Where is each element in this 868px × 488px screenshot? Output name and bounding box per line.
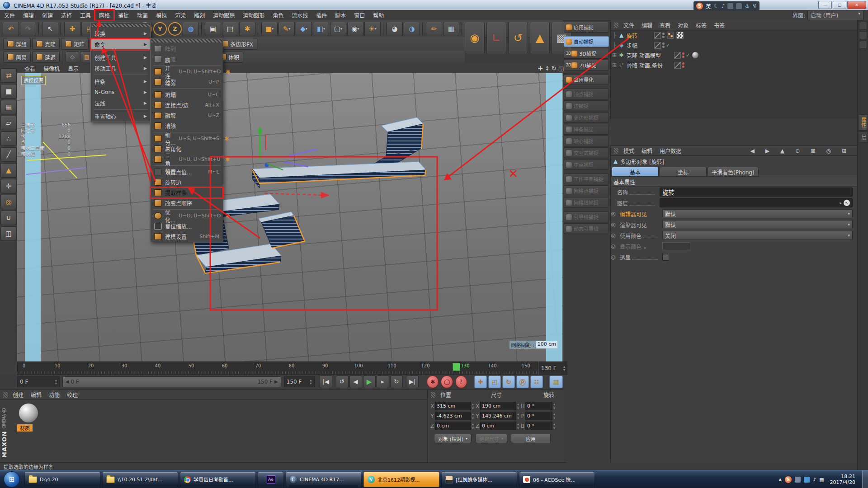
projection-paint-icon[interactable]: ◑: [404, 22, 420, 36]
add-light-menu[interactable]: ☀▾: [364, 22, 381, 36]
enabled-check[interactable]: ✓: [686, 52, 690, 58]
snap-polygon-button[interactable]: 多边形捕捉: [564, 112, 609, 123]
loop-button[interactable]: ↻: [390, 375, 403, 388]
mesh-menu-create-tools[interactable]: 创建工具▶: [91, 52, 151, 63]
editor-dot[interactable]: [662, 42, 665, 45]
dock-icon-2[interactable]: [859, 31, 867, 39]
enable-axis-icon[interactable]: ✛: [0, 179, 17, 193]
panel-grip[interactable]: [614, 148, 618, 154]
moon-icon[interactable]: ☾: [714, 3, 719, 9]
goto-start-button[interactable]: |◀: [320, 375, 332, 388]
taskbar-clock[interactable]: 18:21 2017/4/20: [830, 474, 855, 485]
layer-picker-icon[interactable]: ↖: [844, 200, 850, 206]
snap-enable-button[interactable]: 启用捕捉: [564, 22, 609, 33]
mat-menu-function[interactable]: 功能: [45, 390, 63, 399]
keyframe-radio[interactable]: ◎: [611, 211, 617, 217]
mesh-menu-commands[interactable]: 命令▶: [91, 39, 151, 50]
mesh-menu-spline[interactable]: 样条▶: [91, 76, 151, 87]
ime-lang[interactable]: 英: [706, 2, 711, 10]
keyframe-selection-button[interactable]: ?: [455, 375, 467, 388]
layer-toggle[interactable]: [674, 52, 681, 59]
taskbar-after-effects[interactable]: Ae: [258, 472, 284, 487]
snap-intersection-button[interactable]: 交互式捕捉: [564, 147, 609, 158]
optimize-recycle-icon[interactable]: ↺: [508, 22, 528, 54]
menu-motion-tracker[interactable]: 运动跟踪: [209, 10, 239, 20]
object-row-step[interactable]: ├◆ 步幅 ✓: [611, 40, 857, 50]
volume-icon[interactable]: ♪: [813, 477, 816, 483]
cmd-extract-spline[interactable]: 提取样条: [151, 188, 223, 198]
viewport-solo-icon[interactable]: ◎: [0, 195, 17, 209]
layer-toggle[interactable]: [674, 62, 681, 69]
menu-snap[interactable]: 捕捉: [114, 10, 133, 20]
cmd-split[interactable]: 分裂U~P: [151, 77, 223, 87]
editor-dot[interactable]: [682, 52, 684, 55]
cmd-disconnect[interactable]: 断开连接...U~D, U~Shift+D✱: [151, 66, 223, 77]
basic-properties-section[interactable]: 基本属性: [611, 177, 857, 187]
start-button[interactable]: ⊞: [4, 471, 20, 488]
render-dot[interactable]: [662, 36, 665, 38]
cmd-weld[interactable]: 连接点/边Alt+X: [151, 100, 223, 110]
rot-b-input[interactable]: [525, 422, 552, 430]
snap-spline-button[interactable]: 样条捕捉: [564, 124, 609, 135]
history-back-icon[interactable]: ◀: [747, 147, 758, 155]
viewport-rotate-icon[interactable]: ↻: [552, 65, 557, 72]
key-parameter-toggle[interactable]: Ⓟ: [516, 375, 529, 388]
snap-axis-button[interactable]: 轴心捕捉: [564, 136, 609, 146]
enabled-check[interactable]: ✓: [666, 42, 670, 48]
menu-file[interactable]: 文件: [0, 10, 19, 20]
brush-icon[interactable]: ✏: [426, 22, 442, 36]
material-name-label[interactable]: 材质: [17, 424, 33, 432]
menu-plugins[interactable]: 插件: [312, 10, 331, 20]
autokey-button[interactable]: ◯: [441, 375, 453, 388]
panel-grip[interactable]: [3, 392, 8, 398]
add-spline-menu[interactable]: ✎▾: [278, 22, 295, 36]
mat-menu-create[interactable]: 创建: [9, 390, 27, 399]
keyframe-radio[interactable]: ◎: [611, 232, 617, 239]
tray-icon-2[interactable]: [804, 477, 810, 483]
render-picture-viewer-button[interactable]: ▤: [222, 22, 238, 36]
menu-render[interactable]: 渲染: [171, 10, 190, 20]
gear-icon[interactable]: ✱: [224, 136, 229, 142]
cmd-reset-scale[interactable]: 复位缩放...: [151, 221, 223, 231]
coordinate-system-button[interactable]: ◍: [183, 22, 199, 36]
mesh-menu-convert[interactable]: 转换▶: [91, 28, 151, 39]
editor-visibility-dropdown[interactable]: 默认▾: [662, 209, 853, 218]
lock-z-button[interactable]: Z: [168, 22, 182, 36]
panel-grip[interactable]: [614, 23, 618, 28]
object-row-cloner[interactable]: ⊞✱ 克隆 动画模型 ✓: [611, 50, 857, 60]
xray-checkbox[interactable]: [662, 254, 669, 261]
om-menu-tags[interactable]: 标签: [692, 20, 710, 30]
texture-tag-icon[interactable]: [676, 32, 684, 39]
polyfx-button[interactable]: 多边形FX: [217, 38, 257, 50]
show-desktop-button[interactable]: [862, 470, 868, 488]
toolbox-icon[interactable]: [736, 3, 742, 9]
mesh-menu-normals[interactable]: 法线▶: [91, 98, 151, 108]
maximize-button[interactable]: ▢: [833, 1, 846, 9]
snap-auto-button[interactable]: 自动捕捉: [564, 36, 609, 47]
mograph-matrix-button[interactable]: 矩阵: [61, 38, 89, 50]
cmd-reorder-points[interactable]: 改变点顺序: [151, 198, 223, 208]
history-forward-icon[interactable]: ▶: [762, 147, 773, 155]
menu-mesh[interactable]: 网格: [95, 10, 114, 20]
menu-sculpt[interactable]: 雕刻: [190, 10, 209, 20]
render-visibility-dropdown[interactable]: 默认▾: [662, 220, 853, 229]
tray-sogou-icon[interactable]: S: [785, 476, 792, 483]
snap-3d-button[interactable]: 3D3D捕捉: [564, 48, 609, 59]
menu-edit[interactable]: 编辑: [19, 10, 38, 20]
dock-icon-1[interactable]: [859, 22, 867, 30]
quantize-enable-button[interactable]: 启用量化: [564, 74, 609, 85]
keyframe-radio[interactable]: ◎: [611, 221, 617, 228]
taskbar-qq-chat[interactable]: [红蜘蛛多媒体...: [441, 472, 517, 487]
viewport-zoom-icon[interactable]: ↕: [545, 65, 550, 72]
mic-icon[interactable]: ♪: [722, 3, 725, 9]
editor-dot[interactable]: [682, 62, 684, 65]
render-view-button[interactable]: ▣: [205, 22, 221, 36]
object-mode-dropdown[interactable]: 对象 (相对)▾: [434, 434, 472, 443]
taskbar-folder-1[interactable]: D:\4.20: [24, 472, 100, 487]
render-settings-button[interactable]: ✱: [239, 22, 255, 36]
delay-effector-button[interactable]: 延迟: [32, 51, 60, 63]
tab-phong[interactable]: 平滑着色(Phong): [708, 167, 759, 177]
snap-2d-button[interactable]: 2D2D捕捉: [564, 60, 609, 70]
keyboard-icon[interactable]: [727, 3, 733, 9]
mat-menu-edit[interactable]: 编辑: [27, 390, 45, 399]
